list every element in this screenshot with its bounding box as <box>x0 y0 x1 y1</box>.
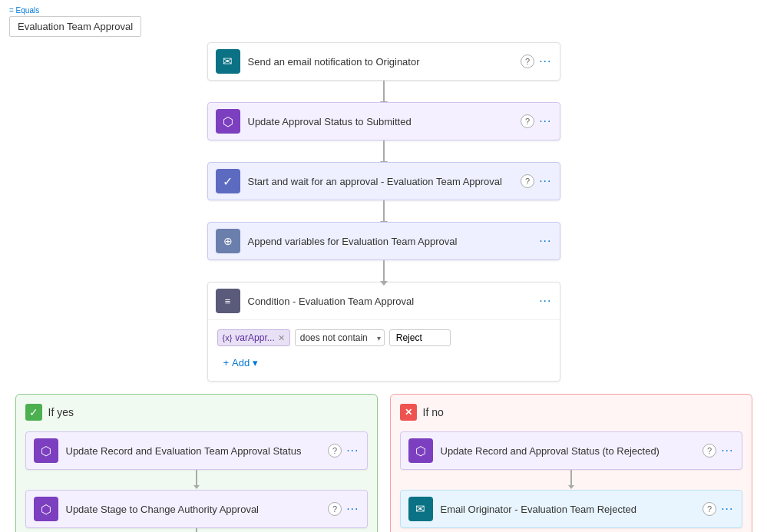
step-label-4: Append variables for Evaluation Team App… <box>248 236 540 247</box>
flow-canvas: ✉ Send an email notification to Originat… <box>0 0 767 532</box>
step-label: Send an email notification to Originator <box>248 56 521 68</box>
yes-connector-2 <box>196 528 197 532</box>
no-more-2[interactable]: ··· <box>721 502 733 516</box>
connector-1 <box>383 81 385 102</box>
condition-icon: ≡ <box>216 289 240 313</box>
checkcircle-icon: ✓ <box>216 169 240 193</box>
no-icon: ✕ <box>400 404 417 421</box>
yes-help-1[interactable]: ? <box>328 444 342 458</box>
help-button-2[interactable]: ? <box>521 114 534 128</box>
step-email-originator: ✉ Send an email notification to Originat… <box>207 42 560 81</box>
no-step-1: ⬡ Update Record and Approval Status (to … <box>400 431 742 470</box>
yes-step-1: ⬡ Update Record and Evaluation Team Appr… <box>25 431 368 470</box>
no-help-1[interactable]: ? <box>703 444 716 458</box>
more-button-2[interactable]: ··· <box>539 114 551 128</box>
connector-3 <box>383 200 385 222</box>
yes-step-label-1: Update Record and Evaluation Team Approv… <box>66 445 329 457</box>
more-button-4[interactable]: ··· <box>539 234 551 248</box>
condition-card: ≡ Condition - Evaluation Team Approval ·… <box>207 282 560 382</box>
branch-no-title: If no <box>423 406 444 418</box>
yes-icon: ✓ <box>25 404 42 421</box>
no-step-label-2: Email Originator - Evaluation Team Rejec… <box>441 504 703 515</box>
plus-icon: + <box>223 357 230 368</box>
yes-more-2[interactable]: ··· <box>346 502 359 516</box>
no-help-2[interactable]: ? <box>703 502 716 516</box>
db-icon-yes2: ⬡ <box>34 497 58 521</box>
add-label: Add <box>232 357 250 368</box>
step-label-3: Start and wait for an approval - Evaluat… <box>248 176 521 187</box>
help-button-3[interactable]: ? <box>521 174 534 188</box>
step-label-2: Update Approval Status to Submitted <box>248 116 521 127</box>
yes-step-label-2: Update Stage to Change Authority Approva… <box>66 504 329 515</box>
connector-2 <box>383 140 385 162</box>
db-icon-1: ⬡ <box>216 109 240 134</box>
branch-yes-title: If yes <box>48 406 74 418</box>
equals-label: = Equals <box>9 6 141 15</box>
more-button-3[interactable]: ··· <box>539 174 551 188</box>
help-button-1[interactable]: ? <box>521 55 534 68</box>
var-chip[interactable]: {x} varAppr... ✕ <box>217 329 290 346</box>
no-connector-1 <box>570 470 572 485</box>
db-icon-no1: ⬡ <box>408 438 433 463</box>
yes-help-2[interactable]: ? <box>328 502 342 516</box>
chevron-down-icon: ▾ <box>253 357 258 368</box>
operator-select-wrapper[interactable]: does not contain contains equals <box>295 329 385 346</box>
envelope-icon-no: ✉ <box>408 497 433 521</box>
branch-no: ✕ If no ⬡ Update Record and Approval Sta… <box>390 394 752 532</box>
title-box: Evaluation Team Approval <box>9 16 141 37</box>
no-more-1[interactable]: ··· <box>721 444 733 458</box>
append-icon: ⊕ <box>216 229 240 253</box>
condition-more-button[interactable]: ··· <box>539 294 551 308</box>
var-chip-close[interactable]: ✕ <box>278 333 285 343</box>
condition-value-input[interactable] <box>389 329 451 346</box>
more-button-1[interactable]: ··· <box>539 55 551 68</box>
branch-yes-steps: ⬡ Update Record and Evaluation Team Appr… <box>25 431 368 532</box>
add-condition-button[interactable]: + Add ▾ <box>217 354 550 372</box>
yes-step-2: ⬡ Update Stage to Change Authority Appro… <box>25 490 368 528</box>
no-step-label-1: Update Record and Approval Status (to Re… <box>441 445 703 457</box>
yes-more-1[interactable]: ··· <box>346 444 359 458</box>
branch-no-steps: ⬡ Update Record and Approval Status (to … <box>400 431 742 532</box>
envelope-icon: ✉ <box>216 49 240 74</box>
var-chip-label: varAppr... <box>235 332 274 343</box>
no-step-2: ✉ Email Originator - Evaluation Team Rej… <box>400 490 742 528</box>
branch-no-header: ✕ If no <box>400 404 742 421</box>
operator-select[interactable]: does not contain contains equals <box>295 329 385 346</box>
step-append-variables: ⊕ Append variables for Evaluation Team A… <box>207 222 560 260</box>
step-update-approval-status: ⬡ Update Approval Status to Submitted ? … <box>207 102 560 140</box>
condition-header-label: Condition - Evaluation Team Approval <box>248 296 540 307</box>
connector-4 <box>383 260 385 282</box>
branch-yes: ✓ If yes ⬡ Update Record and Evaluation … <box>15 394 378 532</box>
step-start-wait-approval: ✓ Start and wait for an approval - Evalu… <box>207 162 560 200</box>
branch-yes-header: ✓ If yes <box>25 404 368 421</box>
yes-connector-1 <box>196 470 197 485</box>
branch-container: ✓ If yes ⬡ Update Record and Evaluation … <box>15 394 752 532</box>
db-icon-yes1: ⬡ <box>34 438 58 463</box>
